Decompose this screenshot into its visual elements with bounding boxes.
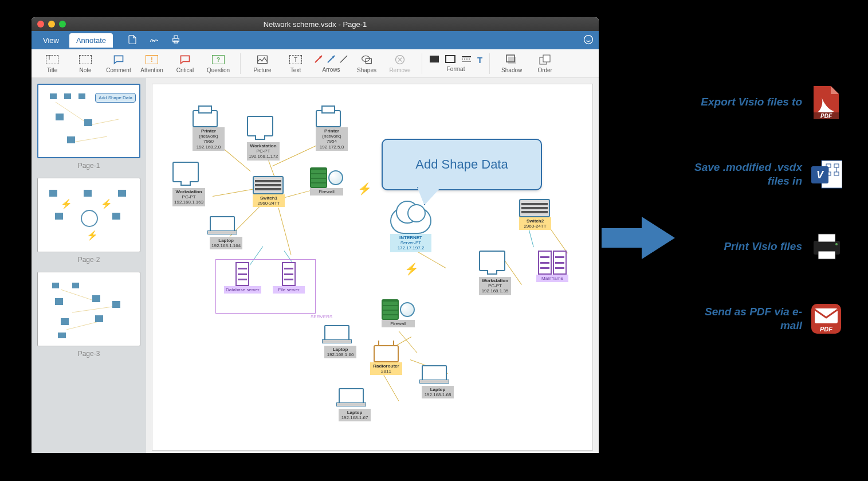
svg-rect-13 [430,56,439,62]
svg-text:PDF: PDF [820,113,832,119]
svg-rect-26 [64,93,71,99]
tabbar: View Annotate [32,31,599,49]
node-workstation-1[interactable]: WorkstationPC-PT192.168.1.172 [247,116,280,161]
tool-title[interactable]: TTitle [37,51,67,76]
tool-text[interactable]: TText [281,51,311,76]
lightning-icon: ⚡ [404,262,419,276]
tool-question[interactable]: ?Question [203,51,233,76]
tool-remove[interactable]: Remove [385,51,415,76]
callout-add-shape-data[interactable]: Add Shape Data [382,139,542,190]
node-printer-1[interactable]: Printer(network)7960192.168.2.8 [193,110,225,151]
action-save-vsdx: Save .modified .vsdx files in V [682,158,842,190]
node-laptop-3[interactable]: Laptop192.168.1.67 [339,388,371,421]
svg-rect-64 [818,234,835,242]
svg-rect-48 [61,318,69,325]
svg-line-42 [66,321,101,330]
pdf-icon[interactable] [127,34,138,46]
node-database-server[interactable]: Database server [224,262,261,294]
textcolor-icon[interactable]: T [477,55,482,65]
thumb-page-1[interactable]: Add Shape Data [37,84,140,158]
linestyle-icon[interactable] [461,55,472,65]
node-workstation-2[interactable]: WorkstationPC-PT192.168.1.163 [172,162,205,206]
svg-rect-1 [174,36,178,38]
tool-format-label: Format [447,66,465,72]
node-printer-2[interactable]: Printer(network)7954192.172.5.8 [316,110,348,151]
arrow-3-icon[interactable] [339,54,348,65]
node-mainframe[interactable]: Mainframe [536,251,568,282]
thumb-page-3[interactable] [37,272,140,346]
svg-rect-31 [49,190,57,197]
tool-order[interactable]: Order [530,51,560,76]
node-firewall-2[interactable]: Firewall [382,299,415,327]
node-laptop-4[interactable]: Laptop192.168.1.68 [422,365,454,398]
window-title: Network scheme.vsdx - Page-1 [32,20,599,29]
feedback-icon[interactable] [583,34,594,47]
svg-rect-44 [72,283,79,288]
svg-rect-35 [112,213,120,220]
thumb-label-1: Page-1 [37,162,140,170]
thumbnail-panel: Add Shape Data Page-1 ⚡⚡⚡ Page-2 Page-3 [32,78,146,453]
svg-rect-43 [52,283,59,288]
node-switch-1[interactable]: Switch12960-24TT [253,176,285,207]
svg-rect-50 [58,333,66,338]
svg-rect-46 [92,295,100,302]
canvas[interactable]: Printer(network)7960192.168.2.8 Printer(… [152,84,593,451]
svg-rect-34 [55,213,63,220]
svg-rect-0 [173,38,179,41]
svg-rect-30 [67,136,75,143]
printer-icon [810,230,842,263]
svg-rect-28 [56,114,64,120]
svg-rect-29 [84,119,92,126]
svg-rect-11 [366,58,371,63]
titlebar: Network scheme.vsdx - Page-1 [32,17,599,31]
node-file-server[interactable]: File server [273,262,305,294]
svg-text:⚡: ⚡ [101,198,112,209]
pdf-file-icon: PDF [810,86,842,118]
arrow-2-icon[interactable] [327,54,336,65]
tool-shapes[interactable]: Shapes [352,51,382,76]
node-radiorouter[interactable]: Radiorouter2811 [370,345,402,375]
tool-comment[interactable]: Comment [104,51,133,76]
tool-shadow[interactable]: Shadow [497,51,527,76]
node-internet[interactable]: INTERNETServer-PT172.17.197.2 [390,208,431,252]
node-laptop-1[interactable]: Laptop192.168.1.164 [210,216,242,249]
node-workstation-3[interactable]: WorkstationPC-PT192.168.1.35 [479,251,511,295]
svg-rect-68 [815,308,838,323]
node-switch-2[interactable]: Switch22960-24TT [519,199,551,230]
signature-icon[interactable] [148,34,160,46]
svg-text:⚡: ⚡ [87,230,98,241]
svg-line-23 [90,119,119,125]
actions-panel: Export Visio files to PDF Save .modified… [682,86,842,375]
tool-picture[interactable]: Picture [248,51,277,76]
print-icon[interactable] [170,34,182,46]
svg-text:⚡: ⚡ [61,198,72,209]
tool-note[interactable]: Note [70,51,100,76]
thumb-label-2: Page-2 [37,256,140,264]
svg-rect-14 [446,56,455,62]
svg-point-66 [835,243,838,245]
svg-text:PDF: PDF [820,326,832,333]
tool-attention[interactable]: !Attention [137,51,167,76]
stroke-icon[interactable] [445,55,455,65]
svg-text:V: V [816,169,824,181]
svg-rect-25 [50,93,57,99]
action-send-email: Send as PDF via e-mail PDF [682,303,842,335]
svg-line-24 [73,136,107,142]
svg-point-3 [584,35,593,44]
visio-file-icon: V [810,158,842,190]
fill-icon[interactable] [429,55,439,65]
thumb-page-2[interactable]: ⚡⚡⚡ [37,178,140,252]
tab-view[interactable]: View [36,33,66,48]
arrow-1-icon[interactable] [314,54,323,65]
node-laptop-2[interactable]: Laptop192.168.1.66 [324,325,356,358]
svg-rect-49 [95,315,103,322]
svg-rect-27 [78,93,85,99]
node-firewall-1[interactable]: Firewall [310,167,343,195]
svg-line-40 [61,290,95,301]
svg-line-9 [340,56,347,62]
email-pdf-icon: PDF [810,303,842,335]
tool-critical[interactable]: Critical [170,51,200,76]
canvas-area: Printer(network)7960192.168.2.8 Printer(… [146,78,599,453]
tab-annotate[interactable]: Annotate [69,33,113,48]
svg-rect-45 [55,298,63,305]
